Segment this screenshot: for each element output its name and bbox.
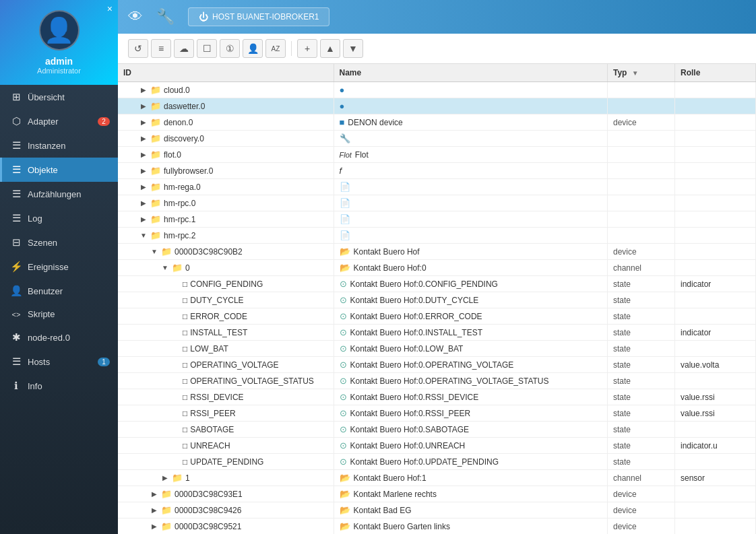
table-row[interactable]: □UPDATE_PENDING⊙Kontakt Buero Hof:0.UPDA… bbox=[118, 454, 756, 470]
row-role bbox=[675, 228, 756, 244]
table-button[interactable]: ☐ bbox=[197, 39, 217, 58]
row-id-text: RSSI_DEVICE bbox=[190, 393, 243, 402]
table-row[interactable]: ▶📁0000D3C98C9521📂Kontakt Buero Garten li… bbox=[118, 519, 756, 535]
table-row[interactable]: □ERROR_CODE⊙Kontakt Buero Hof:0.ERROR_CO… bbox=[118, 308, 756, 325]
table-row[interactable]: ▶📁discovery.0🔧 bbox=[118, 131, 756, 147]
table-row[interactable]: ▶📁flot.0FlotFlot bbox=[118, 147, 756, 163]
table-row[interactable]: ▶📁0000D3C98C93E1📂Kontakt Marlene rechtsd… bbox=[118, 486, 756, 502]
table-row[interactable]: □RSSI_DEVICE⊙Kontakt Buero Hof:0.RSSI_DE… bbox=[118, 389, 756, 405]
expand-button[interactable]: ▼ bbox=[161, 264, 169, 272]
expand-button[interactable]: ▶ bbox=[139, 199, 148, 207]
table-row[interactable]: □OPERATING_VOLTAGE_STATUS⊙Kontakt Buero … bbox=[118, 373, 756, 389]
file-icon: □ bbox=[183, 409, 187, 418]
file-icon: □ bbox=[183, 457, 187, 467]
row-id-text: 1 bbox=[185, 473, 190, 483]
row-role bbox=[675, 244, 756, 260]
table-row[interactable]: □OPERATING_VOLTAGE⊙Kontakt Buero Hof:0.O… bbox=[118, 357, 756, 373]
row-type: state bbox=[608, 357, 675, 373]
sidebar-item-node-red[interactable]: ✱ node-red.0 bbox=[0, 325, 118, 349]
table-row[interactable]: □INSTALL_TEST⊙Kontakt Buero Hof:0.INSTAL… bbox=[118, 325, 756, 341]
row-type: device bbox=[608, 486, 675, 502]
sidebar-item-benutzer[interactable]: 👤 Benutzer bbox=[0, 279, 118, 303]
expand-button[interactable]: ▶ bbox=[139, 183, 148, 191]
name-icon: ⊙ bbox=[340, 327, 347, 337]
type-filter-icon[interactable]: ▼ bbox=[632, 69, 639, 77]
table-row[interactable]: □LOW_BAT⊙Kontakt Buero Hof:0.LOW_BATstat… bbox=[118, 341, 756, 357]
wrench-icon[interactable]: 🔧 bbox=[156, 8, 175, 26]
expand-button[interactable]: ▶ bbox=[139, 167, 148, 175]
table-row[interactable]: ▶📁fullybrowser.0f bbox=[118, 163, 756, 179]
row-type: channel bbox=[608, 260, 675, 276]
expand-button[interactable]: ▶ bbox=[161, 474, 169, 482]
row-id-text: hm-rpc.1 bbox=[164, 215, 195, 224]
sidebar-item-info[interactable]: ℹ Info bbox=[0, 374, 118, 398]
table-row[interactable]: ▼📁0📂Kontakt Buero Hof:0channel bbox=[118, 260, 756, 276]
user-button[interactable]: 👤 bbox=[243, 39, 263, 58]
sidebar-item-aufzahlungen[interactable]: ☰ Aufzählungen bbox=[0, 182, 118, 206]
expand-button[interactable]: ▶ bbox=[139, 135, 148, 143]
row-role bbox=[675, 82, 756, 98]
host-button[interactable]: ⏻ HOST BUANET-IOBROKER1 bbox=[188, 7, 329, 26]
row-name-cell: ⊙Kontakt Buero Hof:0.LOW_BAT bbox=[340, 343, 602, 354]
row-name-cell: ⊙Kontakt Buero Hof:0.RSSI_DEVICE bbox=[340, 392, 602, 402]
sidebar-item-skripte[interactable]: <> Skripte bbox=[0, 303, 118, 325]
table-row[interactable]: ▶📁daswetter.0● bbox=[118, 98, 756, 114]
table-row[interactable]: ▶📁hm-rega.0📄 bbox=[118, 179, 756, 195]
table-row[interactable]: □DUTY_CYCLE⊙Kontakt Buero Hof:0.DUTY_CYC… bbox=[118, 292, 756, 308]
expand-button[interactable]: ▼ bbox=[150, 248, 158, 256]
table-row[interactable]: ▶📁0000D3C98C9426📂Kontakt Bad EGdevice bbox=[118, 502, 756, 519]
eye-icon[interactable]: 👁 bbox=[128, 8, 143, 26]
row-role bbox=[675, 373, 756, 389]
row-type bbox=[608, 228, 675, 244]
expand-button[interactable]: ▶ bbox=[150, 506, 158, 514]
expand-button[interactable]: ▶ bbox=[139, 86, 148, 94]
table-row[interactable]: ▶📁denon.0■DENON devicedevice bbox=[118, 114, 756, 131]
az-button[interactable]: AZ bbox=[265, 39, 286, 58]
file-icon: □ bbox=[183, 441, 187, 450]
sidebar-item-hosts[interactable]: ☰ Hosts 1 bbox=[0, 349, 118, 374]
sidebar-item-log[interactable]: ☰ Log bbox=[0, 206, 118, 230]
sidebar-item-szenen[interactable]: ⊟ Szenen bbox=[0, 230, 118, 255]
expand-button[interactable]: ▶ bbox=[139, 102, 148, 110]
row-name-cell: 📄 bbox=[340, 182, 602, 192]
row-type bbox=[608, 179, 675, 195]
expand-button[interactable]: ▶ bbox=[150, 490, 158, 498]
table-row[interactable]: □CONFIG_PENDING⊙Kontakt Buero Hof:0.CONF… bbox=[118, 276, 756, 292]
download-button[interactable]: ▼ bbox=[343, 39, 363, 58]
expand-button[interactable]: ▶ bbox=[139, 151, 148, 159]
number-button[interactable]: ① bbox=[220, 39, 240, 58]
sidebar-item-adapter[interactable]: ⬡ Adapter 2 bbox=[0, 109, 118, 133]
sidebar-item-label: Info bbox=[28, 381, 42, 391]
sidebar-item-objekte[interactable]: ☰ Objekte bbox=[0, 158, 118, 182]
sidebar-close-button[interactable]: × bbox=[107, 3, 113, 14]
upload-button[interactable]: ▲ bbox=[320, 39, 340, 58]
expand-button[interactable]: ▶ bbox=[139, 119, 148, 127]
table-row[interactable]: ▼📁hm-rpc.2📄 bbox=[118, 228, 756, 244]
sidebar-username: admin bbox=[45, 56, 73, 67]
table-row[interactable]: ▶📁cloud.0● bbox=[118, 82, 756, 98]
name-icon: ⊙ bbox=[340, 408, 347, 418]
table-row[interactable]: □RSSI_PEER⊙Kontakt Buero Hof:0.RSSI_PEER… bbox=[118, 405, 756, 422]
name-icon: 📂 bbox=[340, 505, 350, 515]
row-role bbox=[675, 260, 756, 276]
table-row[interactable]: ▶📁1📂Kontakt Buero Hof:1channelsensor bbox=[118, 470, 756, 486]
list-button[interactable]: ≡ bbox=[151, 39, 171, 58]
table-row[interactable]: ▶📁hm-rpc.1📄 bbox=[118, 211, 756, 228]
table-row[interactable]: ▶📁hm-rpc.0📄 bbox=[118, 195, 756, 211]
sidebar-item-ereignisse[interactable]: ⚡ Ereignisse bbox=[0, 255, 118, 279]
refresh-button[interactable]: ↺ bbox=[128, 39, 148, 58]
folder-icon: 📁 bbox=[161, 521, 172, 531]
sidebar-item-ubersicht[interactable]: ⊞ Übersicht bbox=[0, 85, 118, 109]
row-name-cell: 📂Kontakt Bad EG bbox=[340, 505, 602, 515]
row-id-text: SABOTAGE bbox=[190, 425, 234, 434]
table-row[interactable]: ▼📁0000D3C98C90B2📂Kontakt Buero Hofdevice bbox=[118, 244, 756, 260]
table-row[interactable]: □UNREACH⊙Kontakt Buero Hof:0.UNREACHstat… bbox=[118, 438, 756, 454]
folder-button[interactable]: ☁ bbox=[174, 39, 194, 58]
sidebar-item-instanzen[interactable]: ☰ Instanzen bbox=[0, 133, 118, 158]
add-button[interactable]: + bbox=[297, 39, 317, 58]
table-row[interactable]: □SABOTAGE⊙Kontakt Buero Hof:0.SABOTAGEst… bbox=[118, 422, 756, 438]
expand-button[interactable]: ▼ bbox=[139, 232, 148, 240]
row-type: channel bbox=[608, 470, 675, 486]
expand-button[interactable]: ▶ bbox=[139, 215, 148, 224]
expand-button[interactable]: ▶ bbox=[150, 523, 158, 531]
